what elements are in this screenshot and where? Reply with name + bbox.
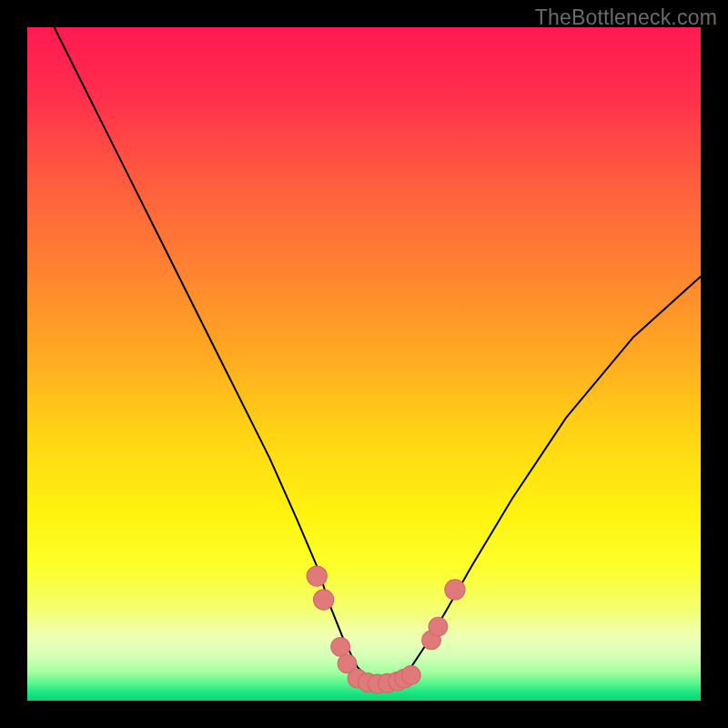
curve-marker xyxy=(445,580,465,600)
chart-frame: TheBottleneck.com xyxy=(0,0,728,728)
curve-marker xyxy=(401,666,420,685)
curve-marker xyxy=(429,617,448,636)
plot-area xyxy=(27,27,701,701)
curve-marker xyxy=(307,566,327,586)
watermark-text: TheBottleneck.com xyxy=(535,5,717,30)
bottleneck-curve xyxy=(27,27,701,701)
curve-marker xyxy=(314,590,334,610)
curve-marker xyxy=(331,637,350,656)
